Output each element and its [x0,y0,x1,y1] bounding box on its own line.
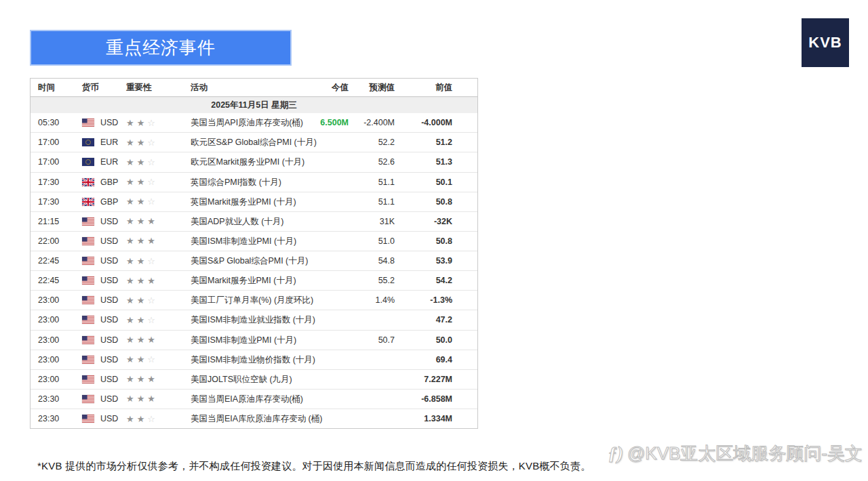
currency-code: USD [100,217,118,226]
event-time: 05:30 [38,118,59,127]
forecast-value: 54.8 [378,256,395,266]
importance-stars: ★★☆ [126,118,158,128]
currency-cell: GBP [82,197,118,207]
star-filled-icon: ★ [137,177,148,187]
event-time: 17:30 [38,197,59,207]
currency-cell: USD [82,375,118,384]
gb-flag-icon [82,198,94,206]
star-filled-icon: ★ [137,276,148,286]
header-previous: 前值 [435,82,452,93]
event-row: 23:00 USD ★★☆ 美国ISM非制造业就业指数 (十月) 47.2 [31,310,477,329]
star-empty-icon: ☆ [147,414,158,424]
currency-cell: USD [82,276,118,285]
event-row: 21:15 USD ★★★ 美国ADP就业人数 (十月) 31K -32K [31,211,477,231]
importance-stars: ★★★ [126,276,158,286]
star-empty-icon: ☆ [147,138,158,148]
currency-cell: USD [82,355,118,364]
event-time: 22:00 [38,236,59,246]
event-name: 英国Markit服务业PMI (十月) [191,192,330,211]
event-time: 23:00 [38,355,59,364]
header-activity: 活动 [191,79,330,96]
event-name: 美国当周EIA库欣原油库存变动 (桶) [191,409,330,428]
star-filled-icon: ★ [137,414,148,424]
star-filled-icon: ★ [126,394,137,404]
kvb-logo: KVB [802,18,849,67]
importance-stars: ★★☆ [126,177,158,187]
us-flag-icon [82,276,94,285]
previous-value: 1.334M [424,414,452,423]
star-filled-icon: ★ [147,394,158,404]
event-time: 17:00 [38,157,59,167]
previous-value: 50.8 [436,197,452,207]
currency-cell: USD [82,315,118,325]
page-title: 重点经济事件 [106,36,216,60]
us-flag-icon [82,336,94,344]
event-name: 美国当周API原油库存变动(桶) [191,113,330,132]
event-name: 美国S&P Global综合PMI (十月) [191,251,330,270]
star-filled-icon: ★ [137,354,148,364]
currency-cell: EUR [82,157,118,167]
event-name: 美国工厂订单月率(%) (月度环比) [191,291,330,310]
event-name: 美国Markit服务业PMI (十月) [191,271,330,290]
currency-code: GBP [100,197,118,207]
event-time: 22:45 [38,276,59,285]
previous-value: 7.227M [424,375,452,384]
star-empty-icon: ☆ [147,295,158,306]
event-row: 23:00 USD ★★★ 美国ISM非制造业PMI (十月) 50.7 50.… [31,330,477,350]
star-filled-icon: ★ [137,216,148,226]
previous-value: -1.3% [430,295,452,305]
currency-code: GBP [100,177,118,187]
currency-cell: USD [82,236,118,246]
event-name: 美国ISM非制造业就业指数 (十月) [191,310,330,329]
importance-stars: ★★★ [126,236,158,246]
previous-value: 54.2 [436,276,452,285]
event-time: 23:00 [38,375,59,384]
header-actual: 今值 [332,82,349,93]
us-flag-icon [82,316,94,324]
star-filled-icon: ★ [147,236,158,246]
us-flag-icon [82,257,94,265]
currency-code: USD [100,256,118,266]
event-name: 欧元区Markit服务业PMI (十月) [191,152,330,171]
us-flag-icon [82,415,94,423]
forecast-value: 52.2 [378,138,395,147]
star-filled-icon: ★ [126,118,137,128]
currency-cell: EUR [82,138,118,147]
event-row: 17:30 GBP ★★☆ 英国Markit服务业PMI (十月) 51.1 5… [31,192,477,211]
event-rows: 05:30 USD ★★☆ 美国当周API原油库存变动(桶) 6.500M -2… [31,113,477,428]
star-filled-icon: ★ [126,256,137,266]
previous-value: 53.9 [436,256,452,266]
importance-stars: ★★☆ [126,157,158,167]
forecast-value: 51.1 [378,197,395,207]
event-time: 22:45 [38,256,59,266]
importance-stars: ★★★ [126,374,158,384]
eu-flag-icon [82,138,94,146]
event-time: 23:00 [38,315,59,325]
currency-cell: USD [82,256,118,266]
event-row: 23:00 USD ★★☆ 美国ISM非制造业物价指数 (十月) 69.4 [31,350,477,369]
event-row: 23:30 USD ★★★ 美国当周EIA原油库存变动(桶) -6.858M [31,389,477,409]
star-filled-icon: ★ [126,276,137,286]
eu-flag-icon [82,158,94,166]
star-filled-icon: ★ [137,138,148,148]
currency-code: USD [100,394,118,404]
forecast-value: 31K [380,217,395,226]
event-row: 23:00 USD ★★★ 美国JOLTS职位空缺 (九月) 7.227M [31,369,477,389]
header-currency: 货币 [82,82,99,93]
star-filled-icon: ★ [147,276,158,286]
star-filled-icon: ★ [137,256,148,266]
star-filled-icon: ★ [126,196,137,207]
previous-value: 69.4 [436,355,452,364]
previous-value: 50.1 [436,177,452,187]
currency-code: USD [100,315,118,325]
currency-code: USD [100,276,118,285]
event-row: 22:45 USD ★★☆ 美国S&P Global综合PMI (十月) 54.… [31,251,477,270]
watermark-text: @KVB亚太区域服务顾问-吴文 [627,442,863,465]
event-row: 05:30 USD ★★☆ 美国当周API原油库存变动(桶) 6.500M -2… [31,113,477,132]
star-filled-icon: ★ [126,216,137,226]
previous-value: -6.858M [421,394,452,404]
importance-stars: ★★★ [126,394,158,404]
event-row: 17:00 EUR ★★☆ 欧元区S&P Global综合PMI (十月) 52… [31,132,477,152]
star-filled-icon: ★ [137,295,148,306]
event-time: 17:00 [38,138,59,147]
